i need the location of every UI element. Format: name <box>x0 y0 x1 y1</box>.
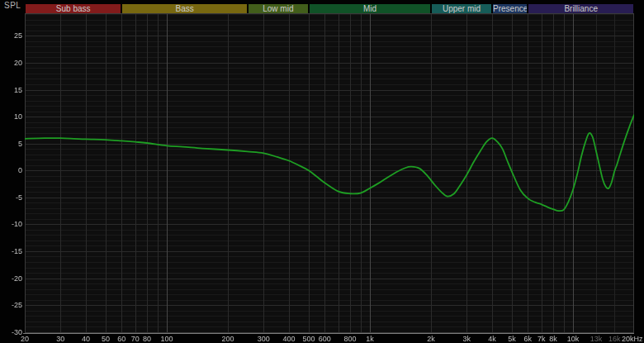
x-tick-label: 800 <box>344 335 357 343</box>
x-tick-label: 100 <box>160 335 173 343</box>
y-tick-label: 10 <box>0 112 22 121</box>
frequency-response-chart: SPL Sub bassBassLow midMidUpper midPrese… <box>0 0 644 343</box>
x-tick-label: 40 <box>82 335 90 343</box>
y-tick-label: -20 <box>0 274 22 283</box>
x-tick-label: 10k <box>567 335 580 343</box>
x-tick-label: 1k <box>366 335 374 343</box>
x-tick-label: 50 <box>102 335 110 343</box>
x-tick-label: 70 <box>131 335 140 343</box>
y-tick-label: -5 <box>0 193 22 202</box>
y-tick-label: 0 <box>0 166 22 174</box>
y-tick-label: -10 <box>0 220 22 228</box>
y-tick-label: 25 <box>0 31 22 40</box>
y-tick-label: -25 <box>0 301 22 309</box>
x-tick-label: 200 <box>221 335 234 343</box>
x-tick-label: 20kHz <box>622 335 643 343</box>
x-tick-label: 400 <box>283 335 296 343</box>
x-tick-label: 13k <box>590 335 603 343</box>
x-tick-label: 6k <box>524 335 533 343</box>
x-tick-label: 60 <box>117 335 125 343</box>
x-tick-label: 2k <box>427 335 435 343</box>
x-tick-label: 80 <box>143 335 151 343</box>
x-tick-label: 30 <box>56 335 64 343</box>
plot-area[interactable] <box>0 0 644 343</box>
x-tick-label: 4k <box>488 335 496 343</box>
y-tick-label: -30 <box>0 328 22 336</box>
x-tick-label: 600 <box>319 335 331 343</box>
x-tick-label: 3k <box>463 335 471 343</box>
y-tick-label: -15 <box>0 247 22 255</box>
x-tick-label: 7k <box>537 335 546 343</box>
y-tick-label: 15 <box>0 86 22 94</box>
y-tick-label: 20 <box>0 59 22 67</box>
x-tick-label: 500 <box>302 335 315 343</box>
x-tick-label: 8k <box>549 335 557 343</box>
x-tick-label: 300 <box>258 335 270 343</box>
y-tick-label: 5 <box>0 140 22 148</box>
x-tick-label: 16k <box>608 335 621 343</box>
x-tick-label: 5k <box>508 335 516 343</box>
